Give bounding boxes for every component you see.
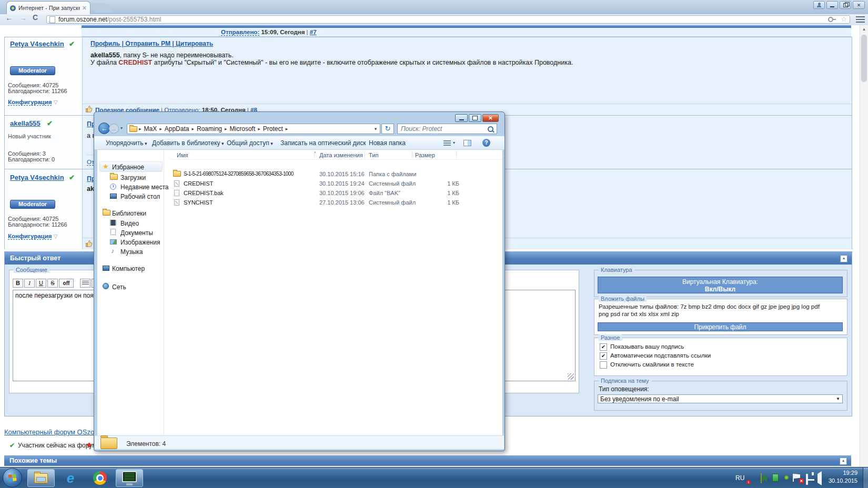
- collapse-icon[interactable]: [840, 458, 847, 465]
- crumb-protect[interactable]: Protect: [262, 125, 284, 133]
- sidebar-item-video[interactable]: Видео: [120, 220, 139, 227]
- preview-pane-icon[interactable]: [463, 140, 471, 146]
- column-separator[interactable]: [365, 151, 365, 158]
- pane-divider[interactable]: [164, 150, 164, 435]
- column-name[interactable]: Имя: [177, 152, 188, 158]
- burn-button[interactable]: Записать на оптический диск: [280, 139, 366, 147]
- sidebar-item-desktop[interactable]: Рабочий стол: [120, 193, 160, 200]
- post1-username[interactable]: Petya V4sechkin: [10, 40, 64, 48]
- post-number-link[interactable]: #7: [310, 29, 317, 35]
- post2-username[interactable]: akella555: [10, 119, 41, 127]
- resize-handle[interactable]: [568, 373, 574, 380]
- bold-button[interactable]: B: [13, 279, 23, 288]
- file-row[interactable]: CREDHIST.bak 30.10.2015 19:06 Файл "BAK"…: [171, 189, 502, 198]
- file-row[interactable]: SYNCHIST 27.10.2015 13:06 Системный файл…: [171, 198, 502, 207]
- bookmark-star-icon[interactable]: ☆: [841, 17, 847, 22]
- column-type[interactable]: Тип: [369, 152, 378, 158]
- volume-icon[interactable]: [815, 474, 823, 482]
- address-bar[interactable]: forum.oszone.net/post-2555753.html ☆: [46, 15, 850, 24]
- attach-file-button[interactable]: Прикрепить файл: [598, 322, 843, 331]
- crumb-roaming[interactable]: Roaming: [196, 125, 223, 133]
- sidebar-item-favorites[interactable]: Избранное: [112, 164, 144, 171]
- autolinks-checkbox[interactable]: ✔: [600, 352, 607, 360]
- reload-icon[interactable]: C: [33, 13, 38, 22]
- nav-back-button[interactable]: ←: [98, 123, 110, 134]
- indicator-tray-icon[interactable]: [772, 474, 779, 482]
- virtual-keyboard-button[interactable]: Виртуальная Клавиатура: Вкл/Выкл: [598, 277, 843, 293]
- strike-button[interactable]: S: [47, 279, 58, 288]
- post1-action-links[interactable]: Профиль | Отправить PM | Цитировать: [90, 40, 213, 47]
- clock[interactable]: 19:29 30.10.2015: [827, 470, 857, 484]
- nosmilies-checkbox[interactable]: [600, 361, 607, 369]
- taskbar-ie-button[interactable]: e: [57, 469, 84, 487]
- sidebar-item-libraries[interactable]: Библиотеки: [112, 210, 146, 217]
- scroll-up-icon[interactable]: ▲: [860, 25, 868, 34]
- explorer-minimize-button[interactable]: [455, 114, 468, 122]
- action-center-flag-icon[interactable]: ✕: [794, 474, 802, 482]
- align-left-button[interactable]: [80, 279, 90, 288]
- collapse-icon[interactable]: [840, 255, 847, 262]
- tab-close-icon[interactable]: ✕: [82, 5, 87, 12]
- network-tray-icon[interactable]: [806, 474, 808, 485]
- window-restore-button[interactable]: [840, 1, 851, 9]
- nav-forward-button[interactable]: →: [109, 124, 119, 134]
- add-to-library-menu[interactable]: Добавить в библиотеку: [152, 139, 224, 147]
- view-chevron-icon[interactable]: ▾: [453, 140, 455, 145]
- help-icon[interactable]: ?: [482, 139, 490, 147]
- signature-checkbox[interactable]: ✔: [600, 343, 607, 351]
- refresh-button[interactable]: ↻: [381, 124, 394, 134]
- forward-icon[interactable]: →: [19, 13, 27, 22]
- profile-button[interactable]: [813, 1, 825, 9]
- file-row[interactable]: CREDHIST 30.10.2015 19:24 Системный файл…: [171, 179, 502, 188]
- nav-history-chevron-icon[interactable]: ▾: [120, 126, 123, 130]
- sidebar-item-downloads[interactable]: Загрузки: [120, 174, 146, 181]
- show-desktop-button[interactable]: [863, 467, 868, 488]
- sidebar-item-pictures[interactable]: Изображения: [120, 239, 160, 246]
- post3-config-link[interactable]: Конфигурация: [8, 233, 52, 240]
- column-size[interactable]: Размер: [415, 152, 435, 158]
- forum-home-link[interactable]: Компьютерный форум OSzone: [4, 428, 102, 436]
- column-date[interactable]: Дата изменения: [319, 152, 363, 158]
- breadcrumb[interactable]: MaX AppData Roaming Microsoft Protect ▼: [127, 124, 380, 134]
- crumb-max[interactable]: MaX: [143, 125, 158, 133]
- explorer-search-input[interactable]: Поиск: Protect: [397, 124, 497, 134]
- address-dropdown-icon[interactable]: ▼: [374, 127, 378, 131]
- off-button[interactable]: off: [59, 279, 74, 288]
- key-icon[interactable]: [828, 17, 833, 22]
- italic-button[interactable]: I: [24, 279, 35, 288]
- sidebar-item-recent[interactable]: Недавние места: [120, 184, 168, 191]
- sidebar-item-network[interactable]: Сеть: [112, 283, 126, 291]
- scrollbar-thumb[interactable]: [861, 35, 867, 82]
- config-expand-icon[interactable]: ▽: [54, 99, 58, 105]
- crumb-microsoft[interactable]: Microsoft: [229, 125, 257, 133]
- menu-icon[interactable]: [856, 16, 865, 23]
- post1-config-link[interactable]: Конфигурация: [8, 99, 52, 106]
- sidebar-item-documents[interactable]: Документы: [120, 229, 153, 237]
- language-indicator[interactable]: RU: [735, 474, 744, 482]
- sidebar-item-computer[interactable]: Компьютер: [112, 265, 145, 272]
- window-minimize-button[interactable]: [826, 1, 838, 9]
- view-options-icon[interactable]: [443, 140, 451, 146]
- config-expand-icon[interactable]: ▽: [54, 233, 58, 239]
- shield-tray-icon[interactable]: [761, 473, 762, 483]
- post3-username[interactable]: Petya V4sechkin: [10, 174, 64, 181]
- sent-link[interactable]: Отправлено:: [221, 29, 259, 36]
- organize-menu[interactable]: Упорядочить: [106, 139, 147, 147]
- window-close-button[interactable]: ✕: [853, 1, 865, 9]
- taskbar-chrome-button[interactable]: [86, 469, 114, 487]
- new-folder-button[interactable]: Новая папка: [369, 139, 406, 147]
- page-scrollbar[interactable]: ▲: [860, 25, 868, 467]
- taskbar-explorer-button[interactable]: [27, 469, 55, 487]
- new-tab-button[interactable]: [90, 3, 113, 13]
- underline-button[interactable]: U: [36, 279, 46, 288]
- taskbar-cmd-button[interactable]: [116, 469, 143, 487]
- share-menu[interactable]: Общий доступ: [227, 139, 273, 147]
- start-button[interactable]: [3, 468, 22, 487]
- browser-tab[interactable]: Интернет - При запуске ( ✕: [6, 1, 90, 14]
- column-separator[interactable]: [456, 151, 457, 158]
- column-separator[interactable]: [314, 151, 315, 158]
- column-separator[interactable]: [412, 151, 412, 158]
- explorer-maximize-button[interactable]: [469, 114, 481, 122]
- notify-type-select[interactable]: Без уведомления по e-mail ▼: [598, 394, 843, 403]
- file-row[interactable]: S-1-5-21-698075124-3270859658-3670634353…: [171, 170, 502, 179]
